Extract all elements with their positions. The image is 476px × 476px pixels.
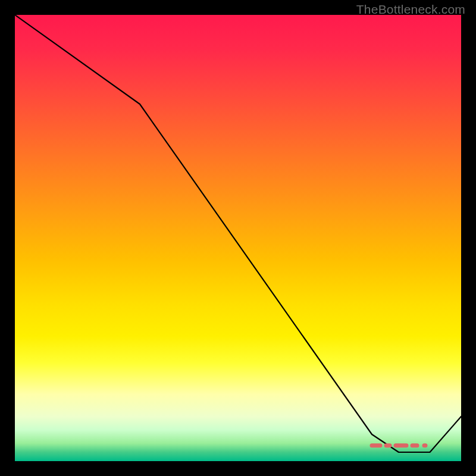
curve-line	[15, 15, 461, 452]
plot-area	[15, 15, 461, 461]
chart-svg	[15, 15, 461, 461]
watermark-text: TheBottleneck.com	[356, 2, 465, 17]
chart-frame: TheBottleneck.com	[0, 0, 476, 476]
